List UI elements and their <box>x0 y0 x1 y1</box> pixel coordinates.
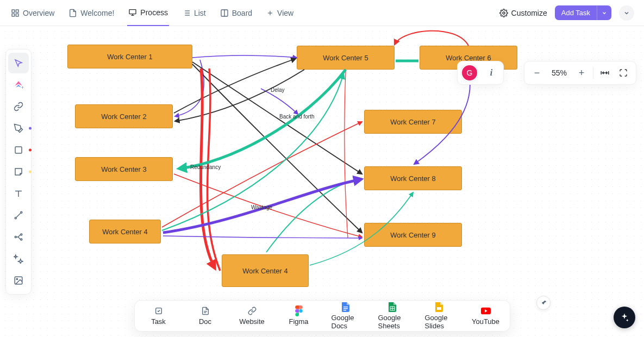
customize-label: Customize <box>511 9 547 17</box>
tray-figma[interactable]: Figma <box>285 306 313 326</box>
tab-process[interactable]: Process <box>127 8 169 26</box>
svg-point-30 <box>15 217 16 219</box>
tab-overview[interactable]: Overview <box>10 9 55 26</box>
svg-rect-29 <box>15 147 22 153</box>
tab-welcome-label: Welcome! <box>80 9 114 17</box>
tab-board-label: Board <box>232 9 252 17</box>
insert-tray: Task Doc Website Figma Google Docs Googl… <box>134 300 510 332</box>
flow-label-wastage: Wastage <box>251 204 272 210</box>
node-wc4a[interactable]: Work Center 4 <box>89 220 161 244</box>
zoom-out-button[interactable]: − <box>529 65 545 81</box>
zoom-in-button[interactable]: + <box>573 65 590 81</box>
avatar[interactable]: G <box>461 64 478 82</box>
tray-task[interactable]: Task <box>145 306 173 326</box>
tray-label: YouTube <box>472 317 499 326</box>
node-wc9[interactable]: Work Center 9 <box>364 223 462 247</box>
top-bar: Overview Welcome! Process List Board Vie… <box>0 0 644 26</box>
node-wc8[interactable]: Work Center 8 <box>364 166 462 190</box>
node-label: Work Center 5 <box>323 54 368 62</box>
tray-label: Website <box>239 317 265 326</box>
tool-connector[interactable] <box>8 205 29 226</box>
google-docs-icon <box>341 302 351 312</box>
square-icon <box>14 145 23 155</box>
zoom-level[interactable]: 55% <box>547 68 571 77</box>
tool-sticky[interactable] <box>8 161 29 182</box>
fullscreen-button[interactable] <box>615 65 632 81</box>
tray-gsheets[interactable]: Google Sheets <box>378 302 407 330</box>
image-icon <box>14 276 23 285</box>
add-task-button[interactable]: Add Task <box>555 5 597 20</box>
node-wc2[interactable]: Work Center 2 <box>75 104 173 128</box>
tool-link[interactable] <box>8 96 29 117</box>
tray-gslides[interactable]: Google Slides <box>425 302 453 330</box>
pen-icon <box>14 123 23 133</box>
tool-shape[interactable] <box>8 140 29 160</box>
board-icon <box>220 9 229 17</box>
chevron-down-icon <box>602 10 607 16</box>
collapse-button[interactable] <box>619 5 634 21</box>
connector-icon <box>14 210 23 220</box>
fit-to-screen-button[interactable] <box>597 65 613 81</box>
svg-point-19 <box>299 309 302 313</box>
svg-point-32 <box>15 236 16 238</box>
views-tabs: Overview Welcome! Process List Board Vie… <box>10 0 295 26</box>
cursor-icon <box>14 58 23 68</box>
tool-rail: + <box>5 49 32 295</box>
add-task-button-group: Add Task <box>555 5 611 20</box>
tool-select[interactable] <box>8 53 29 73</box>
divider <box>593 67 593 79</box>
tray-website[interactable]: Website <box>238 306 266 326</box>
tool-ai[interactable]: + <box>8 74 29 95</box>
node-label: Work Center 7 <box>390 118 436 126</box>
node-wc5[interactable]: Work Center 5 <box>297 46 395 70</box>
tab-list-label: List <box>194 9 206 17</box>
presence-panel: G i <box>457 61 504 85</box>
svg-point-36 <box>16 278 17 279</box>
doc-icon <box>68 9 77 17</box>
node-label: Work Center 3 <box>101 165 147 173</box>
node-wc4b[interactable]: Work Center 4 <box>222 254 309 287</box>
add-view[interactable]: View <box>265 9 295 26</box>
node-label: Work Center 8 <box>390 174 436 183</box>
tray-gdocs[interactable]: Google Docs <box>332 302 360 330</box>
customize-button[interactable]: Customize <box>499 9 547 17</box>
add-view-label: View <box>277 9 293 17</box>
add-task-dropdown[interactable] <box>597 5 611 20</box>
svg-rect-4 <box>129 9 136 14</box>
tray-label: Google Slides <box>425 314 453 330</box>
pin-button[interactable] <box>536 296 551 310</box>
tool-image[interactable] <box>8 270 29 291</box>
fit-width-icon <box>600 68 610 78</box>
tool-text[interactable] <box>8 183 29 204</box>
tool-branch[interactable] <box>8 227 29 247</box>
tray-label: Doc <box>199 317 211 326</box>
plus-icon <box>266 9 274 17</box>
svg-rect-22 <box>343 310 346 310</box>
link-icon <box>247 306 257 316</box>
tray-label: Figma <box>289 317 308 326</box>
svg-rect-1 <box>16 10 18 13</box>
tab-welcome[interactable]: Welcome! <box>67 9 115 26</box>
whiteboard-canvas[interactable]: G i − 55% + Work Center 1 Work Center 2 … <box>0 26 644 337</box>
tool-pen[interactable] <box>8 118 29 139</box>
node-label: Work Center 2 <box>101 113 147 121</box>
tray-youtube[interactable]: YouTube <box>472 306 500 326</box>
flow-label-delay: Delay <box>271 87 285 93</box>
chevron-down-icon <box>623 10 630 16</box>
figma-icon <box>294 306 304 316</box>
node-wc1[interactable]: Work Center 1 <box>67 45 192 68</box>
svg-point-15 <box>503 12 505 14</box>
info-button[interactable]: i <box>483 64 500 82</box>
tool-magic[interactable] <box>8 248 29 269</box>
gear-icon <box>499 9 508 17</box>
node-wc7[interactable]: Work Center 7 <box>364 110 462 134</box>
tab-list[interactable]: List <box>181 9 207 26</box>
list-icon <box>182 9 191 17</box>
node-wc3[interactable]: Work Center 3 <box>75 157 173 181</box>
tab-board[interactable]: Board <box>219 9 253 26</box>
svg-rect-0 <box>12 10 15 13</box>
tray-doc[interactable]: Doc <box>191 306 220 326</box>
ai-fab[interactable] <box>614 307 635 328</box>
tab-process-label: Process <box>140 8 168 17</box>
google-sheets-icon <box>387 302 397 312</box>
